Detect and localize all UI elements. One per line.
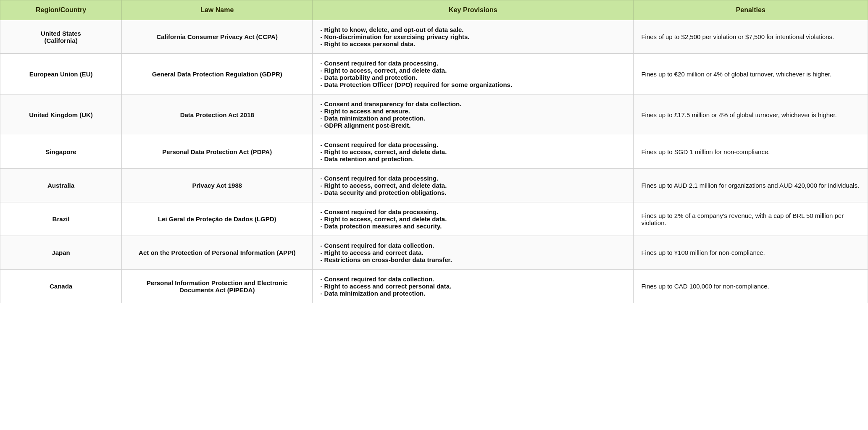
table-row: European Union (EU)General Data Protecti…: [0, 54, 868, 94]
cell-provisions: - Consent and transparency for data coll…: [313, 94, 634, 135]
cell-penalties: Fines up to CAD 100,000 for non-complian…: [634, 270, 868, 303]
cell-region: European Union (EU): [0, 54, 122, 94]
table-row: United Kingdom (UK)Data Protection Act 2…: [0, 94, 868, 135]
cell-law: Personal Data Protection Act (PDPA): [122, 135, 313, 169]
cell-penalties: Fines up to AUD 2.1 million for organiza…: [634, 169, 868, 202]
cell-law: Privacy Act 1988: [122, 169, 313, 202]
cell-provisions: - Consent required for data processing.-…: [313, 169, 634, 202]
cell-law: General Data Protection Regulation (GDPR…: [122, 54, 313, 94]
header-region: Region/Country: [0, 0, 122, 20]
cell-penalties: Fines up to £17.5 million or 4% of globa…: [634, 94, 868, 135]
cell-region: Australia: [0, 169, 122, 202]
cell-region: Singapore: [0, 135, 122, 169]
cell-region: Canada: [0, 270, 122, 303]
cell-provisions: - Right to know, delete, and opt-out of …: [313, 20, 634, 54]
cell-region: Japan: [0, 236, 122, 270]
cell-law: Lei Geral de Proteção de Dados (LGPD): [122, 202, 313, 236]
header-law: Law Name: [122, 0, 313, 20]
header-penalties: Penalties: [634, 0, 868, 20]
table-row: United States(California)California Cons…: [0, 20, 868, 54]
cell-provisions: - Consent required for data collection.-…: [313, 236, 634, 270]
cell-provisions: - Consent required for data processing.-…: [313, 202, 634, 236]
header-provisions: Key Provisions: [313, 0, 634, 20]
cell-penalties: Fines of up to $2,500 per violation or $…: [634, 20, 868, 54]
cell-region: United States(California): [0, 20, 122, 54]
cell-law: California Consumer Privacy Act (CCPA): [122, 20, 313, 54]
cell-law: Data Protection Act 2018: [122, 94, 313, 135]
table-row: CanadaPersonal Information Protection an…: [0, 270, 868, 303]
cell-provisions: - Consent required for data processing.-…: [313, 135, 634, 169]
cell-penalties: Fines up to €20 million or 4% of global …: [634, 54, 868, 94]
table-row: JapanAct on the Protection of Personal I…: [0, 236, 868, 270]
cell-region: Brazil: [0, 202, 122, 236]
table-row: AustraliaPrivacy Act 1988- Consent requi…: [0, 169, 868, 202]
cell-penalties: Fines up to 2% of a company's revenue, w…: [634, 202, 868, 236]
cell-provisions: - Consent required for data collection.-…: [313, 270, 634, 303]
cell-provisions: - Consent required for data processing.-…: [313, 54, 634, 94]
privacy-laws-table: Region/Country Law Name Key Provisions P…: [0, 0, 868, 303]
table-header-row: Region/Country Law Name Key Provisions P…: [0, 0, 868, 20]
cell-penalties: Fines up to ¥100 million for non-complia…: [634, 236, 868, 270]
cell-law: Act on the Protection of Personal Inform…: [122, 236, 313, 270]
table-row: SingaporePersonal Data Protection Act (P…: [0, 135, 868, 169]
cell-region: United Kingdom (UK): [0, 94, 122, 135]
cell-penalties: Fines up to SGD 1 million for non-compli…: [634, 135, 868, 169]
table-row: BrazilLei Geral de Proteção de Dados (LG…: [0, 202, 868, 236]
cell-law: Personal Information Protection and Elec…: [122, 270, 313, 303]
